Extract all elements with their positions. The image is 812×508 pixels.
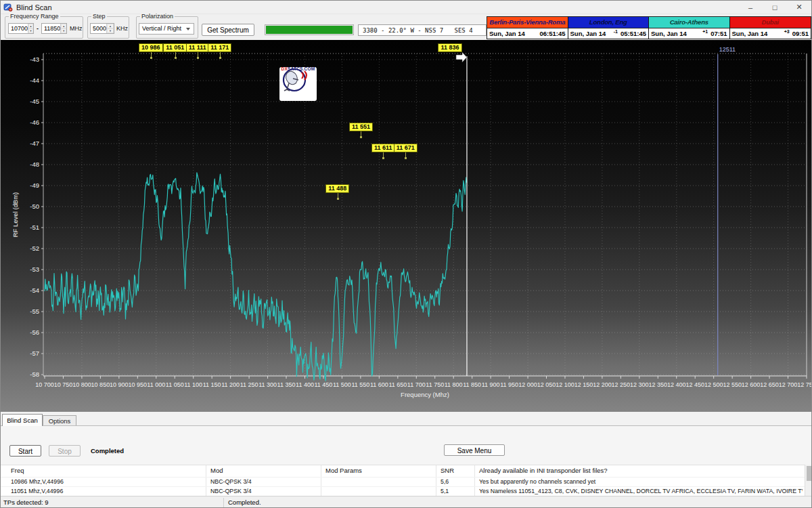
x-tick-label: 11 950 <box>500 381 518 388</box>
svg-text:-44: -44 <box>30 77 39 84</box>
dxsatcs-logo: DXSATCS.COM <box>279 67 317 101</box>
tps-detected-label: TPs detected: 9 <box>3 499 49 506</box>
spin-up-icon[interactable]: ▲ <box>28 24 33 28</box>
spin-down-icon[interactable]: ▼ <box>28 28 33 33</box>
app-icon <box>3 3 13 12</box>
svg-text:-54: -54 <box>30 287 39 294</box>
table-cell: NBC-QPSK 3/4 <box>210 488 320 494</box>
svg-text:-58: -58 <box>30 371 39 378</box>
table-row[interactable]: 10986 Mhz,V,44996NBC-QPSK 3/45,6Yes but … <box>1 477 805 486</box>
svg-text:-55: -55 <box>30 308 39 315</box>
step-value: 5000 <box>91 24 106 33</box>
x-tick-label: 12 100 <box>556 381 574 388</box>
vscroll-thumb[interactable] <box>807 466 812 481</box>
x-tick-label: 11 400 <box>296 381 314 388</box>
x-tick-label: 12 200 <box>593 381 612 388</box>
x-tick-label: 12 750 <box>797 381 812 388</box>
table-cell: 5,6 <box>441 478 474 485</box>
reference-marker-label: 12511 <box>719 46 736 53</box>
row-separator <box>1 477 805 478</box>
table-header-cell[interactable]: Already available in INI transponder lis… <box>479 467 608 474</box>
spin-up-icon[interactable]: ▲ <box>61 24 66 28</box>
peak-frequency-label: 11 111 <box>186 43 209 52</box>
khz-unit-label: KHz <box>116 25 128 32</box>
peak-label-nub <box>197 57 199 59</box>
get-spectrum-button[interactable]: Get Spectrum <box>202 24 254 36</box>
svg-text:-52: -52 <box>30 245 39 252</box>
x-tick-label: 10 850 <box>91 381 110 388</box>
x-tick-label: 11 700 <box>407 381 426 388</box>
x-tick-label: 11 200 <box>221 381 240 388</box>
spin-down-icon[interactable]: ▼ <box>107 28 114 33</box>
range-separator: - <box>37 25 39 32</box>
scan-status-label: Completed <box>91 447 124 454</box>
svg-text:-51: -51 <box>30 224 39 231</box>
table-header-cell[interactable]: Freq <box>11 467 24 474</box>
peak-label-nub <box>219 57 221 59</box>
peak-label-stem <box>361 131 361 136</box>
clock-city: Cairo-Athens <box>649 17 729 28</box>
frequency-range-label: Frequency Range <box>9 13 60 20</box>
x-tick-label: 12 550 <box>723 381 742 388</box>
clock-offset: +3 <box>784 28 790 34</box>
peak-frequency-label: 10 986 <box>139 43 163 52</box>
svg-text:-43: -43 <box>30 56 39 63</box>
x-tick-label: 11 000 <box>147 381 165 388</box>
tab-blind-scan[interactable]: Blind Scan <box>2 414 43 426</box>
progress-fill <box>266 26 353 34</box>
clock-date: Sun, Jan 14 <box>570 30 606 37</box>
peak-frequency-label: 11 611 <box>371 144 395 152</box>
step-label: Step <box>91 13 107 20</box>
x-tick-label: 11 150 <box>203 381 221 388</box>
table-header-cell[interactable]: Mod Params <box>325 467 362 474</box>
peak-label-nub <box>360 136 362 138</box>
peak-label-stem <box>338 193 338 198</box>
tab-options[interactable]: Options <box>43 415 76 426</box>
spin-down-icon[interactable]: ▼ <box>61 28 66 33</box>
bottom-panel: Blind Scan Options Start Stop Completed … <box>1 412 812 496</box>
minimize-button[interactable]: – <box>738 1 763 14</box>
peak-label-stem <box>383 152 384 157</box>
table-header-cell[interactable]: SNR <box>441 467 454 474</box>
frequency-from-spinner[interactable]: 10700 ▲▼ <box>8 23 34 34</box>
save-menu-button[interactable]: Save Menu <box>444 444 505 456</box>
clock-time: 07:51 <box>710 30 727 37</box>
table-row[interactable]: 11051 Mhz,V,44996NBC-QPSK 3/45,1Yes Name… <box>1 486 805 496</box>
spectrum-trace <box>45 173 467 381</box>
close-button[interactable]: ✕ <box>787 1 811 14</box>
x-tick-label: 11 800 <box>445 381 463 388</box>
step-spinner[interactable]: 5000 ▲▼ <box>90 23 114 34</box>
spin-up-icon[interactable]: ▲ <box>107 24 114 28</box>
peak-frequency-label: 11 488 <box>325 184 349 193</box>
svg-text:-57: -57 <box>30 350 39 357</box>
peak-label-nub <box>337 198 339 200</box>
table-cell: Yes but apparently no channels scanned y… <box>479 478 803 485</box>
peak-label-stem <box>198 52 198 57</box>
peak-label-nub <box>405 157 407 159</box>
start-button[interactable]: Start <box>9 445 41 457</box>
peak-frequency-label: 11 671 <box>394 144 418 152</box>
peak-frequency-label: 11 836 <box>438 43 461 52</box>
x-tick-label: 11 350 <box>277 381 296 388</box>
x-tick-label: 11 650 <box>388 381 407 388</box>
x-tick-label: 11 500 <box>333 381 351 388</box>
table-header-cell[interactable]: Mod <box>210 467 223 474</box>
chevron-down-icon <box>186 28 190 30</box>
svg-text:-56: -56 <box>30 329 39 336</box>
stop-button[interactable]: Stop <box>49 445 81 457</box>
polarization-label: Polarization <box>140 13 175 20</box>
x-tick-label: 10 900 <box>110 381 129 388</box>
x-tick-label: 11 600 <box>370 381 388 388</box>
peak-label-nub <box>150 57 152 59</box>
svg-text:-47: -47 <box>30 140 39 147</box>
polarization-select[interactable]: Vertical / Right <box>139 23 194 35</box>
x-tick-label: 12 300 <box>630 381 649 388</box>
maximize-button[interactable]: □ <box>763 1 787 14</box>
world-clocks: Berlin-Paris-Vienna-Roma Sun, Jan 1406:5… <box>487 16 811 39</box>
svg-text:-50: -50 <box>30 203 39 210</box>
clock-time: 09:51 <box>792 30 809 37</box>
frequency-to-spinner[interactable]: 11850 ▲▼ <box>41 23 67 34</box>
table-cell: NBC-QPSK 3/4 <box>210 478 320 485</box>
table-cell: 5,1 <box>441 488 474 494</box>
spectrum-chart[interactable]: -43-44-45-46-47-48-49-50-51-52-53-54-55-… <box>1 40 812 412</box>
